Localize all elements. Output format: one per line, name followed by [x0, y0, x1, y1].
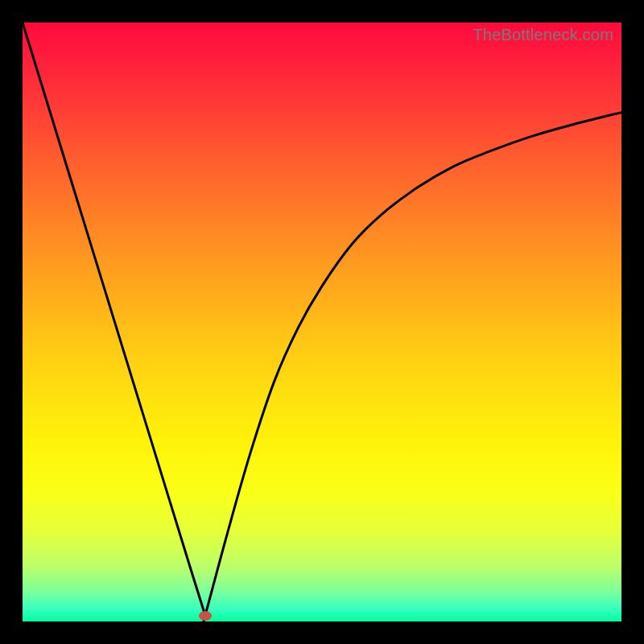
plot-area: TheBottleneck.com: [23, 23, 621, 621]
minimum-marker: [199, 611, 212, 621]
bottleneck-curve: [23, 23, 621, 621]
chart-frame: TheBottleneck.com: [0, 0, 644, 644]
